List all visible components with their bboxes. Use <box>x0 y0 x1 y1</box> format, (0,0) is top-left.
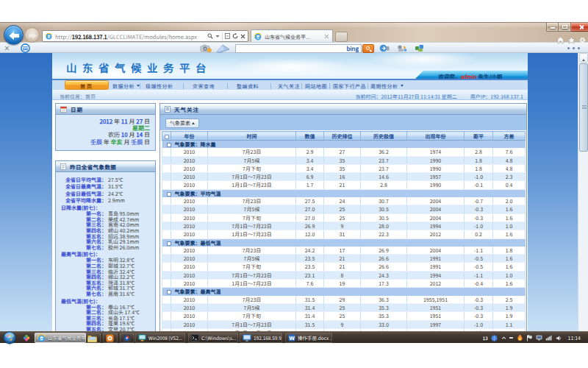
tray-flag-icon[interactable] <box>526 335 532 342</box>
taskbar-button[interactable] <box>103 333 118 343</box>
scrollbar-thumb[interactable] <box>579 63 588 152</box>
tray-speaker-icon[interactable] <box>556 335 562 342</box>
toolbar-share-icon[interactable] <box>397 44 407 52</box>
table-group-row[interactable]: 气象要素：最低气温 <box>162 238 526 247</box>
table-row[interactable]: 20107月1日～7月23日6.91614.61957-1.02.3 <box>162 173 526 181</box>
taskbar-button[interactable]: Win2008 (VS2... <box>135 333 185 343</box>
stop-icon[interactable] <box>240 34 245 39</box>
column-header[interactable]: 历史极值 <box>361 132 407 141</box>
browser-tab[interactable]: 山东省气候业务平... <box>251 29 333 43</box>
window-maximize-button[interactable] <box>559 23 571 32</box>
group-checkbox[interactable] <box>167 290 171 294</box>
table-row[interactable]: 20107月1日～7月23日23.1824.31994-1.11.0 <box>162 271 526 279</box>
table-cell: 2012 <box>407 280 465 288</box>
group-checkbox[interactable] <box>167 143 171 147</box>
menu-item[interactable]: 极端性分析 <box>146 82 173 90</box>
group-checkbox[interactable] <box>167 241 171 246</box>
column-header[interactable]: 距平 <box>465 132 493 141</box>
table-row[interactable]: 20107月5候23.52126.61991-0.51.6 <box>162 255 526 263</box>
table-group-row[interactable]: 气象要素：最高气温 <box>162 288 526 296</box>
table-row[interactable]: 20107月下旬23.52126.61991-0.51.6 <box>162 263 526 271</box>
refresh-icon[interactable] <box>232 33 238 39</box>
pinned-app-icon[interactable] <box>23 334 30 342</box>
taskbar-button[interactable]: C:\Windows\s... <box>188 333 238 343</box>
table-row[interactable]: 20107月下旬31.42535.31951-0.31.9 <box>162 312 526 320</box>
column-header[interactable]: 年份 <box>171 132 208 141</box>
table-row[interactable]: 20101月1日～7月23日7.61917.32012-0.41.6 <box>162 280 526 288</box>
table-row[interactable]: 20101月1日～7月23日12.03122.320120.21.6 <box>162 230 526 238</box>
scroll-up-button[interactable] <box>579 53 588 63</box>
table-row[interactable]: 20107月5候31.42535.31951-0.31.9 <box>162 303 526 311</box>
taskbar-button[interactable]: 192.168.59.99... <box>240 333 282 343</box>
taskbar-button[interactable]: 山东省气候业务平... <box>35 333 86 343</box>
tray-flame-icon[interactable] <box>517 334 523 342</box>
menu-item[interactable]: 国家下行产品 <box>333 82 366 90</box>
column-header[interactable]: 时间 <box>208 132 296 141</box>
table-row[interactable]: 20107月5候3.43523.719901.84.8 <box>162 156 526 164</box>
table-row[interactable]: 20107月23日31.52936.31955,1951-0.32.5 <box>162 296 526 304</box>
search-icon[interactable] <box>207 33 213 39</box>
taskbar-button[interactable] <box>120 333 135 343</box>
column-header[interactable] <box>162 132 171 141</box>
menu-item[interactable]: 网站地图 <box>305 82 327 90</box>
window-close-button[interactable] <box>571 23 588 32</box>
screenshot-camera-icon[interactable] <box>200 44 212 52</box>
compat-view-icon[interactable] <box>225 33 230 39</box>
tab-close-icon[interactable] <box>324 34 329 39</box>
table-row[interactable]: 20107月23日24.21726.92004-1.11.8 <box>162 247 526 255</box>
start-button[interactable] <box>3 331 16 344</box>
element-filter-button[interactable]: 气象要素 <box>165 118 199 128</box>
back-button[interactable] <box>4 25 24 45</box>
column-header[interactable]: 出现年份 <box>407 132 465 141</box>
group-checkbox[interactable] <box>167 192 171 197</box>
table-row[interactable]: 20101月1日～7月23日1.7212.81990-0.10.4 <box>162 181 526 189</box>
taskbar-clock[interactable]: 11:14 <box>568 334 581 342</box>
forward-button[interactable] <box>24 27 40 43</box>
tray-badge[interactable]: 13 <box>483 335 488 342</box>
table-row[interactable]: 20107月23日2.92736.219742.87.6 <box>162 148 526 156</box>
column-header[interactable]: 方差 <box>493 132 526 141</box>
toolbar-close-icon[interactable] <box>4 46 10 51</box>
url-text[interactable]: http://192.168.137.1/GLCCLIMATE/modules/… <box>55 32 197 40</box>
toolbar-addons-icon[interactable] <box>415 44 424 52</box>
address-bar[interactable]: http://192.168.137.1/GLCCLIMATE/modules/… <box>42 30 248 42</box>
tray-dash-icon[interactable] <box>509 337 513 339</box>
new-tab-button[interactable] <box>335 32 348 42</box>
menu-item[interactable]: 数据分析 <box>112 82 135 90</box>
menu-item[interactable]: 灾害查询 <box>193 82 215 90</box>
addon-logo-icon[interactable] <box>21 43 30 53</box>
toolbar-overflow-dots[interactable] <box>567 47 584 49</box>
toolbar-search-input[interactable]: bing <box>235 44 362 53</box>
table-row[interactable]: 20107月下旬27.02530.52004-0.31.6 <box>162 213 526 222</box>
menu-item[interactable]: 天气关注 <box>278 82 300 90</box>
toolbar-capture-icon[interactable] <box>379 44 390 52</box>
tray-display-icon[interactable] <box>536 335 542 341</box>
vertical-scrollbar[interactable] <box>578 53 588 343</box>
settings-gear-icon[interactable] <box>578 36 587 44</box>
column-header[interactable]: 数值 <box>296 132 324 141</box>
toolbar-search-button[interactable] <box>362 44 374 53</box>
send-mail-icon[interactable] <box>216 44 230 53</box>
weather-panel-header: 昨日全省气象数据 <box>55 160 156 172</box>
tray-network-icon[interactable] <box>545 335 552 341</box>
taskbar-button[interactable] <box>85 333 101 343</box>
menu-item[interactable]: 首页 <box>65 80 109 90</box>
table-row[interactable]: 20107月下旬3.43523.719901.84.8 <box>162 164 526 172</box>
menu-item[interactable]: 周期性分析 <box>370 82 398 90</box>
favorites-star-icon[interactable] <box>567 36 576 44</box>
menu-item[interactable]: 整编资料 <box>237 82 259 90</box>
tray-globe-icon[interactable] <box>491 335 498 342</box>
header-checkbox[interactable] <box>165 135 169 139</box>
column-header[interactable]: 历史排位 <box>324 132 361 141</box>
table-row[interactable]: 20107月5候27.02530.52004-0.31.6 <box>162 205 526 213</box>
table-row[interactable]: 20107月1日～7月23日26.9928.01994-1.01.0 <box>162 222 526 230</box>
home-icon[interactable] <box>556 36 564 44</box>
taskbar-button[interactable]: W操作手册.docx ... <box>285 333 332 343</box>
tray-show-hidden-icon[interactable] <box>501 336 506 341</box>
window-minimize-button[interactable] <box>546 23 559 32</box>
table-group-row[interactable]: 气象要素：平均气温 <box>162 189 526 197</box>
table-group-row[interactable]: 气象要素：降水量 <box>162 141 526 149</box>
table-row[interactable]: 20107月1日～7月23日31.5933.01997-1.01.1 <box>162 320 526 328</box>
table-row[interactable]: 20107月23日27.52430.72004-0.72.0 <box>162 197 526 205</box>
search-dropdown-icon[interactable] <box>215 35 220 38</box>
